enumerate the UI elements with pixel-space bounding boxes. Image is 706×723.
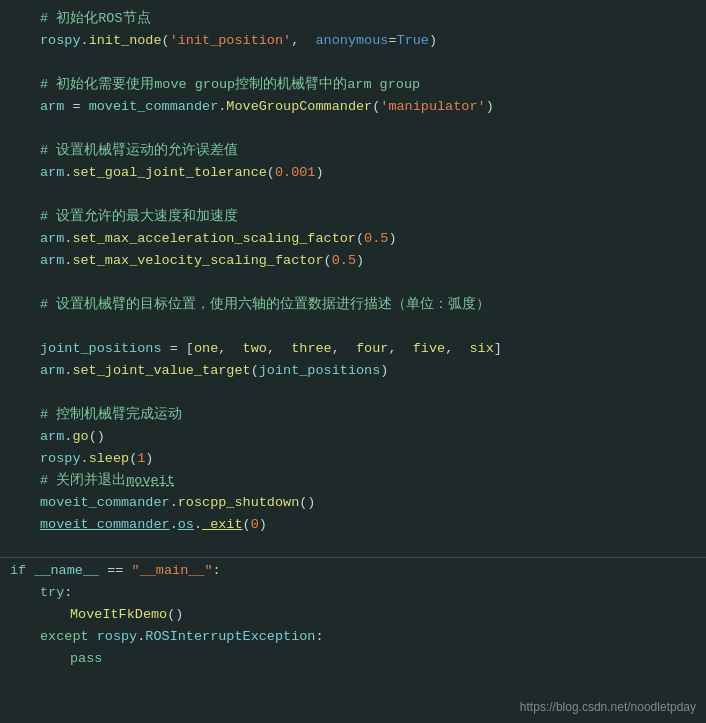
code-line: moveit_commander.roscpp_shutdown(): [0, 492, 706, 514]
line-content: # 设置允许的最大速度和加速度: [40, 206, 238, 228]
line-content: # 初始化需要使用move group控制的机械臂中的arm group: [40, 74, 420, 96]
code-line: # 设置允许的最大速度和加速度: [0, 206, 706, 228]
line-content: moveit_commander.roscpp_shutdown(): [40, 492, 315, 514]
code-line: # 初始化ROS节点: [0, 8, 706, 30]
code-line: [0, 118, 706, 140]
line-content: # 设置机械臂的目标位置，使用六轴的位置数据进行描述（单位：弧度）: [40, 294, 490, 316]
line-content: # 控制机械臂完成运动: [40, 404, 182, 426]
code-editor: # 初始化ROS节点rospy.init_node('init_position…: [0, 0, 706, 723]
code-line: moveit_commander.os._exit(0): [0, 514, 706, 536]
code-line: arm.set_max_velocity_scaling_factor(0.5): [0, 250, 706, 272]
code-line: arm.go(): [0, 426, 706, 448]
code-line: rospy.sleep(1): [0, 448, 706, 470]
code-line: [0, 536, 706, 558]
line-content: # 初始化ROS节点: [40, 8, 151, 30]
code-line: try:: [0, 582, 706, 604]
line-content: joint_positions = [one, two, three, four…: [40, 338, 502, 360]
code-line: # 设置机械臂运动的允许误差值: [0, 140, 706, 162]
line-content: rospy.init_node('init_position', anonymo…: [40, 30, 437, 52]
code-line: pass: [0, 648, 706, 670]
code-line: MoveItFkDemo(): [0, 604, 706, 626]
line-content: arm.go(): [40, 426, 105, 448]
code-line: # 关闭并退出moveit: [0, 470, 706, 492]
code-line: [0, 184, 706, 206]
line-content: MoveItFkDemo(): [70, 604, 183, 626]
code-line: arm.set_max_acceleration_scaling_factor(…: [0, 228, 706, 250]
line-content: rospy.sleep(1): [40, 448, 153, 470]
code-line: joint_positions = [one, two, three, four…: [0, 338, 706, 360]
line-content: moveit_commander.os._exit(0): [40, 514, 267, 536]
code-content: # 初始化ROS节点rospy.init_node('init_position…: [0, 8, 706, 670]
line-content: if __name__ == "__main__":: [10, 560, 221, 582]
line-content: # 关闭并退出moveit: [40, 470, 175, 492]
line-content: # 设置机械臂运动的允许误差值: [40, 140, 238, 162]
attribution-link: https://blog.csdn.net/noodletpday: [520, 698, 696, 717]
line-content: arm = moveit_commander.MoveGroupCommande…: [40, 96, 494, 118]
code-line: [0, 52, 706, 74]
code-line: rospy.init_node('init_position', anonymo…: [0, 30, 706, 52]
code-line: # 设置机械臂的目标位置，使用六轴的位置数据进行描述（单位：弧度）: [0, 294, 706, 316]
line-content: except rospy.ROSInterruptException:: [40, 626, 324, 648]
line-content: arm.set_goal_joint_tolerance(0.001): [40, 162, 324, 184]
code-line: [0, 316, 706, 338]
code-line: if __name__ == "__main__":: [0, 560, 706, 582]
code-line: arm = moveit_commander.MoveGroupCommande…: [0, 96, 706, 118]
code-line: # 控制机械臂完成运动: [0, 404, 706, 426]
line-content: arm.set_max_acceleration_scaling_factor(…: [40, 228, 397, 250]
code-line: arm.set_joint_value_target(joint_positio…: [0, 360, 706, 382]
code-line: [0, 382, 706, 404]
code-line: # 初始化需要使用move group控制的机械臂中的arm group: [0, 74, 706, 96]
code-line: arm.set_goal_joint_tolerance(0.001): [0, 162, 706, 184]
code-line: except rospy.ROSInterruptException:: [0, 626, 706, 648]
line-content: arm.set_max_velocity_scaling_factor(0.5): [40, 250, 364, 272]
line-content: arm.set_joint_value_target(joint_positio…: [40, 360, 388, 382]
line-content: try:: [40, 582, 72, 604]
code-line: [0, 272, 706, 294]
line-content: pass: [70, 648, 102, 670]
